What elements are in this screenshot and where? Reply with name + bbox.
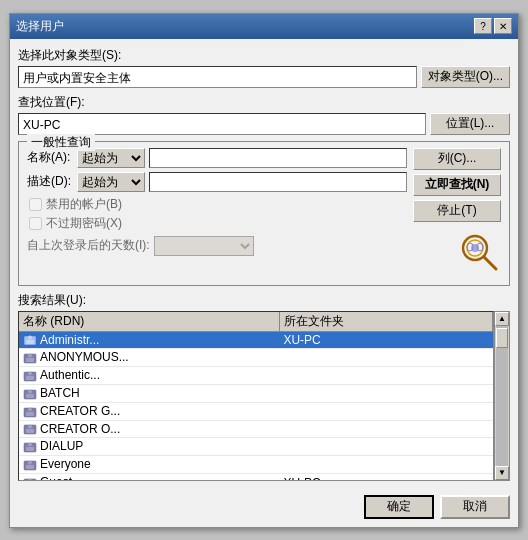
col-name[interactable]: 名称 (RDN)	[19, 312, 279, 332]
row-folder	[279, 384, 492, 402]
select-user-dialog: 选择用户 ? ✕ 选择此对象类型(S): 用户或内置安全主体 对象类型(O)..…	[9, 13, 519, 528]
desc-row: 描述(D): 起始为	[27, 172, 407, 192]
svg-rect-11	[26, 358, 34, 362]
table-row[interactable]: ANONYMOUS...	[19, 349, 493, 367]
vertical-scrollbar[interactable]: ▲ ▼	[494, 311, 510, 481]
ok-button[interactable]: 确定	[364, 495, 434, 519]
row-name: Administr...	[19, 331, 279, 349]
scroll-down-button[interactable]: ▼	[495, 466, 509, 480]
row-folder	[279, 420, 492, 438]
list-button[interactable]: 列(C)...	[413, 148, 501, 170]
svg-rect-8	[26, 340, 34, 344]
svg-rect-26	[26, 447, 34, 451]
row-name: CREATOR G...	[19, 402, 279, 420]
object-type-value: 用户或内置安全主体	[18, 66, 417, 88]
table-row[interactable]: BATCH	[19, 384, 493, 402]
results-area: 名称 (RDN) 所在文件夹 Administr... XU-PC ANONYM…	[18, 311, 510, 481]
dialog-footer: 确定 取消	[10, 489, 518, 527]
dialog-body: 选择此对象类型(S): 用户或内置安全主体 对象类型(O)... 查找位置(F)…	[10, 39, 518, 489]
table-row[interactable]: Guest XU-PC	[19, 474, 493, 481]
object-type-button[interactable]: 对象类型(O)...	[421, 66, 510, 88]
cancel-button[interactable]: 取消	[440, 495, 510, 519]
search-now-button[interactable]: 立即查找(N)	[413, 174, 501, 196]
days-select[interactable]	[154, 236, 254, 256]
row-name: Authentic...	[19, 367, 279, 385]
expired-checkbox-row: 不过期密码(X)	[27, 215, 407, 232]
title-bar: 选择用户 ? ✕	[10, 14, 518, 39]
results-label: 搜索结果(U):	[18, 292, 510, 309]
name-input[interactable]	[149, 148, 407, 168]
svg-rect-17	[26, 394, 34, 398]
disabled-checkbox-row: 禁用的帐户(B)	[27, 196, 407, 213]
title-bar-icons: ? ✕	[474, 18, 512, 34]
row-name: Everyone	[19, 456, 279, 474]
disabled-checkbox[interactable]	[29, 198, 42, 211]
row-folder	[279, 402, 492, 420]
results-table-wrap: 名称 (RDN) 所在文件夹 Administr... XU-PC ANONYM…	[18, 311, 494, 481]
svg-point-25	[28, 443, 32, 447]
days-row: 自上次登录后的天数(I):	[27, 236, 407, 256]
object-type-group: 选择此对象类型(S): 用户或内置安全主体 对象类型(O)...	[18, 47, 510, 88]
row-folder: XU-PC	[279, 474, 492, 481]
svg-point-19	[28, 407, 32, 411]
search-icon-area	[459, 232, 501, 277]
table-row[interactable]: CREATOR O...	[19, 420, 493, 438]
name-row: 名称(A): 起始为	[27, 148, 407, 168]
search-icon	[459, 232, 501, 274]
svg-rect-29	[26, 465, 34, 469]
row-folder	[279, 349, 492, 367]
table-row[interactable]: DIALUP	[19, 438, 493, 456]
name-select[interactable]: 起始为	[77, 148, 145, 168]
name-label: 名称(A):	[27, 149, 73, 166]
scroll-up-button[interactable]: ▲	[495, 312, 509, 326]
svg-rect-20	[26, 412, 34, 416]
group-right-content: 名称(A): 起始为 描述(D): 起始为	[27, 148, 501, 277]
table-row[interactable]: Authentic...	[19, 367, 493, 385]
row-folder	[279, 438, 492, 456]
general-query-group: 一般性查询 名称(A): 起始为 描述(D): 起	[18, 141, 510, 286]
svg-point-16	[28, 389, 32, 393]
svg-rect-23	[26, 429, 34, 433]
row-name: CREATOR O...	[19, 420, 279, 438]
desc-label: 描述(D):	[27, 173, 73, 190]
table-row[interactable]: Everyone	[19, 456, 493, 474]
title-bar-left: 选择用户	[16, 18, 64, 35]
row-name: Guest	[19, 474, 279, 481]
expired-checkbox[interactable]	[29, 217, 42, 230]
general-query-title: 一般性查询	[27, 134, 95, 151]
row-name: ANONYMOUS...	[19, 349, 279, 367]
stop-button[interactable]: 停止(T)	[413, 200, 501, 222]
help-button[interactable]: ?	[474, 18, 492, 34]
row-folder	[279, 367, 492, 385]
col-folder[interactable]: 所在文件夹	[279, 312, 492, 332]
svg-point-13	[28, 371, 32, 375]
desc-select[interactable]: 起始为	[77, 172, 145, 192]
scroll-track	[496, 326, 508, 466]
close-button[interactable]: ✕	[494, 18, 512, 34]
location-value: XU-PC	[18, 113, 426, 135]
location-button[interactable]: 位置(L)...	[430, 113, 510, 135]
expired-label: 不过期密码(X)	[46, 215, 122, 232]
dialog-title: 选择用户	[16, 18, 64, 35]
disabled-label: 禁用的帐户(B)	[46, 196, 122, 213]
row-name: DIALUP	[19, 438, 279, 456]
location-label: 查找位置(F):	[18, 94, 510, 111]
location-row: XU-PC 位置(L)...	[18, 113, 510, 135]
location-group: 查找位置(F): XU-PC 位置(L)...	[18, 94, 510, 135]
right-panel: 列(C)... 立即查找(N) 停止(T)	[413, 148, 501, 277]
svg-line-2	[484, 257, 496, 269]
row-folder: XU-PC	[279, 331, 492, 349]
group-left: 名称(A): 起始为 描述(D): 起始为	[27, 148, 407, 277]
desc-input[interactable]	[149, 172, 407, 192]
svg-point-7	[28, 336, 32, 340]
svg-point-22	[28, 425, 32, 429]
object-type-label: 选择此对象类型(S):	[18, 47, 510, 64]
object-type-row: 用户或内置安全主体 对象类型(O)...	[18, 66, 510, 88]
table-row[interactable]: CREATOR G...	[19, 402, 493, 420]
svg-point-28	[28, 461, 32, 465]
scroll-thumb[interactable]	[496, 328, 508, 348]
row-folder	[279, 456, 492, 474]
results-table: 名称 (RDN) 所在文件夹 Administr... XU-PC ANONYM…	[19, 312, 493, 481]
row-name: BATCH	[19, 384, 279, 402]
table-row[interactable]: Administr... XU-PC	[19, 331, 493, 349]
